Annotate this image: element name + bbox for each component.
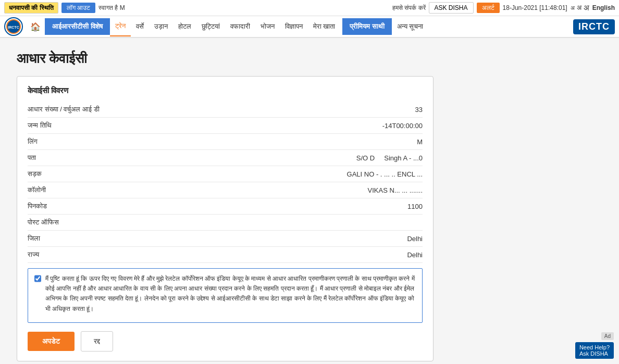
kyc-row-5: कॉलोनी VIKAS N... ... .......: [28, 182, 423, 198]
consent-checkbox-row: मैं पुष्टि करता हूं कि ऊपर दिए गए विवरण …: [34, 274, 416, 314]
irctc-logo-right: IRCTC: [573, 19, 615, 34]
kyc-label-2: लिंग: [28, 137, 318, 146]
datetime-label: 18-Jun-2021 [11:48:01]: [503, 4, 567, 11]
kyc-value-5: VIKAS N... ... .......: [318, 186, 423, 194]
ask-disha-btn[interactable]: ASK DISHA: [429, 2, 474, 14]
font-large[interactable]: अ: [584, 3, 589, 12]
top-bar: धनवापसी की स्थिति लॉग आउट स्वागत है M हम…: [0, 0, 619, 16]
kyc-value-0: 33: [318, 106, 423, 114]
nav-hotel[interactable]: होटल: [173, 17, 196, 36]
kyc-value-8: Delhi: [318, 235, 423, 243]
irctc-logo-box: IRCTC: [573, 19, 615, 34]
kyc-row-1: जन्म तिथि -14T00:00:00: [28, 118, 423, 134]
nav-trains[interactable]: ट्रेन: [110, 17, 131, 36]
btn-row: अपडेट रद्द: [28, 331, 423, 352]
ad-label: Ad: [601, 332, 614, 340]
kyc-value-6: 1100: [318, 203, 423, 210]
irctc-special-btn[interactable]: आईआरसीटीसी विशेष: [45, 18, 110, 35]
nav-food[interactable]: भोजन: [255, 17, 280, 36]
kyc-card-title: केवाईसी विवरण: [28, 86, 423, 95]
welcome-text: स्वागत है M: [98, 4, 125, 11]
font-medium[interactable]: अ: [577, 4, 581, 12]
kyc-row-6: पिनकोड 1100: [28, 198, 423, 215]
kyc-row-4: सड़क GALI NO - . ... .. ENCL ...: [28, 166, 423, 182]
contact-link[interactable]: हमसे संपर्क करें: [392, 4, 426, 11]
kyc-label-8: जिला: [28, 234, 318, 243]
dhana-btn[interactable]: धनवापसी की स्थिति: [4, 2, 58, 14]
kyc-label-0: आधार संख्या / वर्चुअल आई डी: [28, 105, 318, 114]
cancel-btn[interactable]: रद्द: [81, 331, 113, 352]
irctc-logo-circle: IRCTC: [4, 17, 23, 36]
bottom-right-ads: Ad Need Help? Ask DISHA: [575, 332, 614, 359]
main-content: आधार केवाईसी केवाईसी विवरण आधार संख्या /…: [0, 38, 619, 364]
logout-btn[interactable]: लॉग आउट: [61, 3, 95, 13]
kyc-label-5: कॉलोनी: [28, 186, 318, 194]
kyc-card: केवाईसी विवरण आधार संख्या / वर्चुअल आई ड…: [17, 76, 434, 361]
need-help-box[interactable]: Need Help? Ask DISHA: [575, 342, 614, 359]
svg-text:IRCTC: IRCTC: [8, 26, 19, 29]
kyc-value-3: S/O D Singh A - ...0: [318, 154, 423, 162]
font-small[interactable]: अ: [571, 5, 575, 11]
kyc-value-1: -14T00:00:00: [318, 122, 423, 130]
kyc-row-8: जिला Delhi: [28, 231, 423, 247]
font-controls: अ अ अ: [571, 3, 589, 12]
kyc-label-1: जन्म तिथि: [28, 121, 318, 130]
kyc-label-6: पिनकोड: [28, 202, 318, 210]
nav-air[interactable]: उड़ान: [149, 17, 173, 36]
nav-my-account[interactable]: मेरा खाता: [308, 17, 341, 36]
kyc-row-7: पोस्ट ऑफिस: [28, 215, 423, 231]
nav-bar: IRCTC 🏠 आईआरसीटीसी विशेष ट्रेन वर्से उड़…: [0, 16, 619, 38]
kyc-label-7: पोस्ट ऑफिस: [28, 218, 318, 227]
ask-disha-label: Ask DISHA: [579, 350, 608, 357]
english-link[interactable]: English: [592, 4, 615, 11]
nav-loyalty[interactable]: वफादारी: [225, 17, 255, 36]
consent-section: मैं पुष्टि करता हूं कि ऊपर दिए गए विवरण …: [28, 268, 423, 323]
kyc-value-2: M: [318, 138, 423, 146]
nav-advertise[interactable]: विज्ञापन: [280, 17, 308, 36]
update-btn[interactable]: अपडेट: [28, 332, 75, 351]
nav-holidays[interactable]: छुट्टियां: [196, 17, 225, 36]
kyc-row-9: राज्य Delhi: [28, 247, 423, 263]
kyc-label-9: राज्य: [28, 250, 318, 259]
other-info-btn[interactable]: अन्य सूचना: [392, 17, 429, 36]
need-help-label: Need Help?: [579, 344, 610, 350]
kyc-label-4: सड़क: [28, 170, 318, 178]
kyc-label-3: पता: [28, 154, 318, 162]
kyc-value-9: Delhi: [318, 251, 423, 259]
kyc-value-4: GALI NO - . ... .. ENCL ...: [318, 170, 423, 178]
nav-flights[interactable]: वर्से: [131, 17, 149, 36]
consent-text: मैं पुष्टि करता हूं कि ऊपर दिए गए विवरण …: [45, 274, 416, 314]
kyc-row-0: आधार संख्या / वर्चुअल आई डी 33: [28, 102, 423, 118]
home-btn[interactable]: 🏠: [26, 20, 45, 34]
kyc-row-2: लिंग M: [28, 134, 423, 150]
page-title: आधार केवाईसी: [17, 51, 602, 67]
consent-checkbox[interactable]: [34, 275, 41, 282]
kyc-row-3: पता S/O D Singh A - ...0: [28, 150, 423, 166]
premium-btn[interactable]: प्रीमियम साथी: [342, 18, 392, 35]
alert-btn[interactable]: अलर्ट: [477, 3, 500, 13]
